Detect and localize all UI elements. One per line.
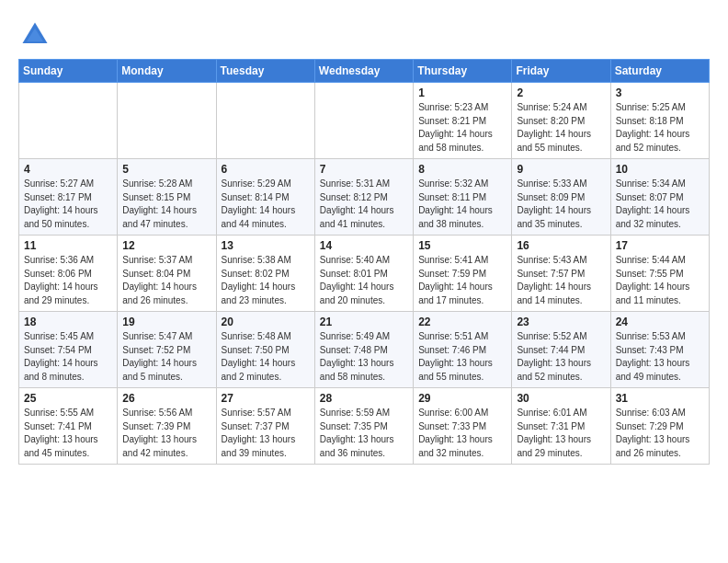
day-number: 10 — [616, 163, 704, 176]
calendar-cell: 18Sunrise: 5:45 AM Sunset: 7:54 PM Dayli… — [19, 312, 118, 388]
day-number: 6 — [222, 163, 310, 176]
day-number: 20 — [222, 316, 310, 328]
day-info: Sunrise: 5:44 AM Sunset: 7:55 PM Dayligh… — [616, 255, 690, 305]
day-number: 26 — [122, 392, 210, 405]
day-of-week-saturday: Saturday — [610, 60, 709, 83]
day-info: Sunrise: 5:53 AM Sunset: 7:43 PM Dayligh… — [616, 331, 690, 382]
day-number: 19 — [122, 316, 210, 328]
day-of-week-wednesday: Wednesday — [314, 60, 413, 83]
day-number: 9 — [517, 163, 605, 176]
calendar-cell: 15Sunrise: 5:41 AM Sunset: 7:59 PM Dayli… — [414, 236, 512, 312]
day-info: Sunrise: 5:25 AM Sunset: 8:18 PM Dayligh… — [616, 102, 690, 153]
day-info: Sunrise: 6:03 AM Sunset: 7:29 PM Dayligh… — [616, 408, 690, 458]
calendar-cell: 3Sunrise: 5:25 AM Sunset: 8:18 PM Daylig… — [610, 83, 709, 159]
calendar-cell: 8Sunrise: 5:32 AM Sunset: 8:11 PM Daylig… — [414, 159, 512, 236]
day-of-week-tuesday: Tuesday — [216, 60, 314, 83]
day-info: Sunrise: 5:59 AM Sunset: 7:35 PM Dayligh… — [320, 408, 394, 458]
day-of-week-thursday: Thursday — [414, 60, 512, 83]
calendar-cell: 14Sunrise: 5:40 AM Sunset: 8:01 PM Dayli… — [314, 236, 413, 312]
calendar-cell: 16Sunrise: 5:43 AM Sunset: 7:57 PM Dayli… — [512, 236, 610, 312]
calendar-cell: 31Sunrise: 6:03 AM Sunset: 7:29 PM Dayli… — [610, 388, 709, 465]
calendar-cell: 17Sunrise: 5:44 AM Sunset: 7:55 PM Dayli… — [610, 236, 709, 312]
calendar-cell: 21Sunrise: 5:49 AM Sunset: 7:48 PM Dayli… — [314, 312, 413, 388]
calendar-cell: 7Sunrise: 5:31 AM Sunset: 8:12 PM Daylig… — [314, 159, 413, 236]
day-info: Sunrise: 5:47 AM Sunset: 7:52 PM Dayligh… — [122, 331, 197, 382]
day-info: Sunrise: 5:51 AM Sunset: 7:46 PM Dayligh… — [418, 331, 493, 382]
calendar-cell: 24Sunrise: 5:53 AM Sunset: 7:43 PM Dayli… — [610, 312, 709, 388]
calendar-cell: 29Sunrise: 6:00 AM Sunset: 7:33 PM Dayli… — [414, 388, 512, 465]
calendar-header: SundayMondayTuesdayWednesdayThursdayFrid… — [19, 60, 710, 83]
calendar-cell — [118, 83, 216, 159]
calendar-cell — [216, 83, 314, 159]
calendar-cell: 5Sunrise: 5:28 AM Sunset: 8:15 PM Daylig… — [118, 159, 216, 236]
day-number: 31 — [616, 392, 704, 405]
calendar-cell: 19Sunrise: 5:47 AM Sunset: 7:52 PM Dayli… — [118, 312, 216, 388]
day-number: 5 — [122, 163, 210, 176]
day-info: Sunrise: 5:41 AM Sunset: 7:59 PM Dayligh… — [418, 255, 493, 305]
day-of-week-sunday: Sunday — [19, 60, 118, 83]
day-info: Sunrise: 5:32 AM Sunset: 8:11 PM Dayligh… — [418, 178, 493, 229]
day-number: 24 — [616, 316, 704, 328]
day-info: Sunrise: 5:48 AM Sunset: 7:50 PM Dayligh… — [222, 331, 296, 382]
day-info: Sunrise: 5:24 AM Sunset: 8:20 PM Dayligh… — [517, 102, 591, 153]
calendar-cell: 11Sunrise: 5:36 AM Sunset: 8:06 PM Dayli… — [19, 236, 118, 312]
day-number: 17 — [616, 239, 704, 252]
calendar-cell: 1Sunrise: 5:23 AM Sunset: 8:21 PM Daylig… — [414, 83, 512, 159]
week-row-2: 4Sunrise: 5:27 AM Sunset: 8:17 PM Daylig… — [19, 159, 710, 236]
day-info: Sunrise: 6:00 AM Sunset: 7:33 PM Dayligh… — [418, 408, 493, 458]
day-number: 1 — [418, 86, 506, 99]
day-info: Sunrise: 5:38 AM Sunset: 8:02 PM Dayligh… — [222, 255, 296, 305]
day-info: Sunrise: 5:36 AM Sunset: 8:06 PM Dayligh… — [24, 255, 98, 305]
day-number: 25 — [24, 392, 112, 405]
calendar-cell: 30Sunrise: 6:01 AM Sunset: 7:31 PM Dayli… — [512, 388, 610, 465]
day-number: 14 — [320, 239, 408, 252]
calendar-body: 1Sunrise: 5:23 AM Sunset: 8:21 PM Daylig… — [19, 83, 710, 465]
day-info: Sunrise: 5:31 AM Sunset: 8:12 PM Dayligh… — [320, 178, 394, 229]
week-row-1: 1Sunrise: 5:23 AM Sunset: 8:21 PM Daylig… — [19, 83, 710, 159]
days-of-week-row: SundayMondayTuesdayWednesdayThursdayFrid… — [19, 60, 710, 83]
day-number: 2 — [517, 86, 605, 99]
day-of-week-monday: Monday — [118, 60, 216, 83]
day-info: Sunrise: 5:37 AM Sunset: 8:04 PM Dayligh… — [122, 255, 197, 305]
day-number: 3 — [616, 86, 704, 99]
day-number: 30 — [517, 392, 605, 405]
page: SundayMondayTuesdayWednesdayThursdayFrid… — [0, 0, 728, 474]
day-number: 21 — [320, 316, 408, 328]
calendar-cell — [314, 83, 413, 159]
calendar-cell: 2Sunrise: 5:24 AM Sunset: 8:20 PM Daylig… — [512, 83, 610, 159]
day-number: 12 — [122, 239, 210, 252]
day-number: 22 — [418, 316, 506, 328]
calendar-cell: 13Sunrise: 5:38 AM Sunset: 8:02 PM Dayli… — [216, 236, 314, 312]
day-number: 18 — [24, 316, 112, 328]
calendar-cell — [19, 83, 118, 159]
day-info: Sunrise: 5:28 AM Sunset: 8:15 PM Dayligh… — [122, 178, 197, 229]
calendar-cell: 23Sunrise: 5:52 AM Sunset: 7:44 PM Dayli… — [512, 312, 610, 388]
calendar-cell: 25Sunrise: 5:55 AM Sunset: 7:41 PM Dayli… — [19, 388, 118, 465]
day-info: Sunrise: 5:57 AM Sunset: 7:37 PM Dayligh… — [222, 408, 296, 458]
week-row-4: 18Sunrise: 5:45 AM Sunset: 7:54 PM Dayli… — [19, 312, 710, 388]
week-row-3: 11Sunrise: 5:36 AM Sunset: 8:06 PM Dayli… — [19, 236, 710, 312]
day-info: Sunrise: 5:43 AM Sunset: 7:57 PM Dayligh… — [517, 255, 591, 305]
calendar-cell: 26Sunrise: 5:56 AM Sunset: 7:39 PM Dayli… — [118, 388, 216, 465]
calendar-cell: 10Sunrise: 5:34 AM Sunset: 8:07 PM Dayli… — [610, 159, 709, 236]
day-info: Sunrise: 5:55 AM Sunset: 7:41 PM Dayligh… — [24, 408, 98, 458]
calendar-cell: 9Sunrise: 5:33 AM Sunset: 8:09 PM Daylig… — [512, 159, 610, 236]
day-info: Sunrise: 6:01 AM Sunset: 7:31 PM Dayligh… — [517, 408, 591, 458]
day-info: Sunrise: 5:29 AM Sunset: 8:14 PM Dayligh… — [222, 178, 296, 229]
calendar: SundayMondayTuesdayWednesdayThursdayFrid… — [18, 59, 710, 465]
calendar-cell: 6Sunrise: 5:29 AM Sunset: 8:14 PM Daylig… — [216, 159, 314, 236]
day-info: Sunrise: 5:52 AM Sunset: 7:44 PM Dayligh… — [517, 331, 591, 382]
day-number: 8 — [418, 163, 506, 176]
day-info: Sunrise: 5:56 AM Sunset: 7:39 PM Dayligh… — [122, 408, 197, 458]
day-number: 4 — [24, 163, 112, 176]
day-info: Sunrise: 5:33 AM Sunset: 8:09 PM Dayligh… — [517, 178, 591, 229]
day-number: 23 — [517, 316, 605, 328]
day-number: 11 — [24, 239, 112, 252]
calendar-cell: 20Sunrise: 5:48 AM Sunset: 7:50 PM Dayli… — [216, 312, 314, 388]
day-number: 27 — [222, 392, 310, 405]
day-info: Sunrise: 5:40 AM Sunset: 8:01 PM Dayligh… — [320, 255, 394, 305]
day-number: 13 — [222, 239, 310, 252]
day-number: 28 — [320, 392, 408, 405]
calendar-cell: 28Sunrise: 5:59 AM Sunset: 7:35 PM Dayli… — [314, 388, 413, 465]
day-number: 7 — [320, 163, 408, 176]
